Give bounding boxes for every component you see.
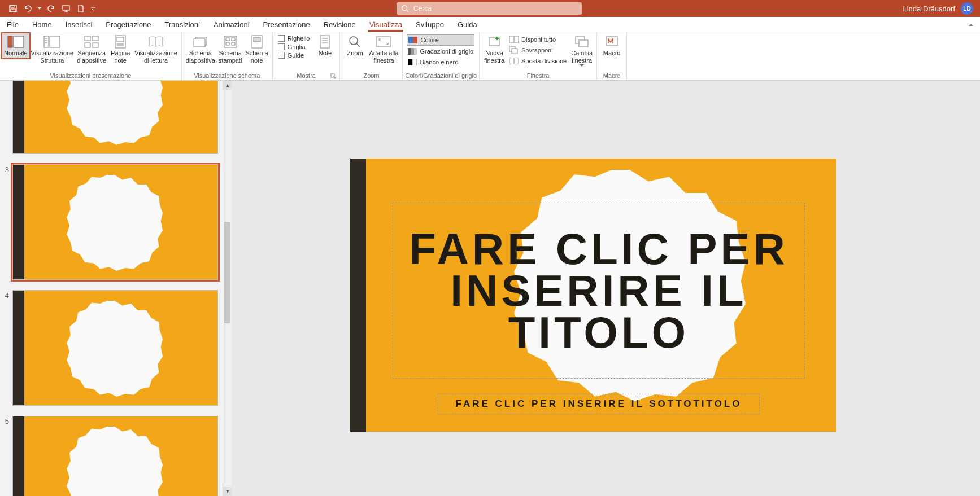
- arrange-all-button[interactable]: Disponi tutto: [508, 34, 568, 45]
- notes-icon: [316, 34, 334, 49]
- svg-rect-35: [489, 38, 499, 46]
- tab-file[interactable]: File: [0, 18, 25, 32]
- tab-insert[interactable]: Inserisci: [59, 18, 99, 32]
- new-window-icon: [485, 34, 503, 49]
- split-icon: [509, 56, 519, 65]
- new-window-button[interactable]: Nuova finestra: [482, 33, 507, 65]
- group-presentation-views: Normale Visualizzazione Struttura Sequen…: [0, 32, 182, 80]
- quick-access-toolbar: [0, 3, 96, 14]
- user-name[interactable]: Linda Dräusdorf: [903, 5, 956, 13]
- tab-strip: File Home Inserisci Progettazione Transi…: [0, 17, 980, 32]
- slide-master-icon: [191, 34, 210, 49]
- svg-rect-6: [14, 36, 24, 47]
- user-area: Linda Dräusdorf LD: [903, 2, 981, 15]
- svg-rect-7: [44, 36, 49, 47]
- group-label: Colori/Gradazioni di grigio: [405, 72, 477, 80]
- group-master-views: Schema diapositiva Schema stampati Schem…: [182, 32, 273, 80]
- zoom-button[interactable]: Zoom: [342, 33, 367, 58]
- grid-checkbox[interactable]: Griglia: [277, 43, 311, 51]
- fit-window-icon: [374, 34, 393, 49]
- handout-master-button[interactable]: Schema stampati: [217, 33, 244, 65]
- slide-stripe: [350, 159, 366, 432]
- thumbnail-slide-2[interactable]: 2: [0, 81, 223, 154]
- bw-button[interactable]: Bianco e nero: [407, 57, 474, 67]
- undo-dropdown-icon[interactable]: [37, 3, 42, 14]
- arrange-icon: [509, 35, 519, 44]
- svg-rect-37: [515, 36, 519, 43]
- group-macros: Macro Macro: [597, 32, 627, 80]
- ruler-checkbox[interactable]: Righello: [277, 34, 311, 42]
- group-label: Zoom: [342, 72, 400, 80]
- group-show: Righello Griglia Guide Note Mostra: [273, 32, 341, 80]
- subtitle-placeholder[interactable]: FARE CLIC PER INSERIRE IL SOTTOTITOLO: [438, 394, 760, 414]
- from-beginning-icon[interactable]: [61, 3, 71, 14]
- tab-developer[interactable]: Sviluppo: [409, 18, 451, 32]
- tab-review[interactable]: Revisione: [317, 18, 363, 32]
- title-placeholder[interactable]: FARE CLIC PER INSERIRE IL TITOLO: [393, 203, 805, 379]
- search-box[interactable]: [397, 2, 582, 15]
- svg-point-26: [350, 37, 358, 45]
- normal-view-icon: [7, 34, 25, 49]
- svg-rect-14: [117, 37, 124, 42]
- normal-view-button[interactable]: Normale: [2, 33, 29, 58]
- tab-slideshow[interactable]: Presentazione: [256, 18, 317, 32]
- outline-view-icon: [43, 34, 61, 49]
- grayscale-button[interactable]: Gradazioni di grigio: [407, 46, 474, 56]
- switch-window-button[interactable]: Cambia finestra: [569, 33, 594, 68]
- reading-view-button[interactable]: Visualizzazione di lettura: [133, 33, 179, 65]
- redo-icon[interactable]: [46, 3, 56, 14]
- macro-button[interactable]: Macro: [599, 33, 624, 58]
- slide-editor[interactable]: FARE CLIC PER INSERIRE IL TITOLO FARE CL…: [232, 81, 980, 496]
- tab-transitions[interactable]: Transizioni: [158, 18, 207, 32]
- svg-point-4: [402, 6, 407, 11]
- scroll-up-icon[interactable]: ▲: [223, 81, 232, 90]
- split-button[interactable]: Sposta divisione: [508, 56, 568, 66]
- macro-icon: [603, 34, 621, 49]
- notes-master-button[interactable]: Schema note: [243, 33, 269, 65]
- tab-home[interactable]: Home: [25, 18, 59, 32]
- search-input[interactable]: [413, 5, 577, 12]
- svg-rect-9: [85, 36, 90, 41]
- thumbnail-slide-4[interactable]: 4: [0, 290, 223, 406]
- tab-design[interactable]: Progettazione: [99, 18, 158, 32]
- svg-rect-5: [8, 36, 12, 47]
- svg-rect-2: [11, 9, 15, 12]
- svg-rect-3: [63, 6, 69, 10]
- scrollbar-thumb[interactable]: [224, 222, 230, 323]
- slide-canvas[interactable]: FARE CLIC PER INSERIRE IL TITOLO FARE CL…: [350, 159, 836, 432]
- fit-window-button[interactable]: Adatta alla finestra: [367, 33, 400, 65]
- tab-animations[interactable]: Animazioni: [207, 18, 256, 32]
- slide-master-button[interactable]: Schema diapositiva: [184, 33, 217, 65]
- notes-page-button[interactable]: Pagina note: [108, 33, 133, 65]
- svg-rect-19: [232, 38, 235, 41]
- qat-customize-icon[interactable]: [90, 3, 96, 14]
- dialog-launcher-icon[interactable]: [330, 73, 336, 79]
- avatar[interactable]: LD: [961, 2, 973, 15]
- color-button[interactable]: Colore: [407, 34, 474, 46]
- tab-view[interactable]: Visualizza: [363, 18, 409, 32]
- svg-rect-39: [512, 49, 517, 54]
- svg-rect-42: [579, 40, 588, 47]
- svg-rect-34: [412, 59, 417, 65]
- handout-master-icon: [221, 34, 239, 49]
- svg-rect-21: [232, 42, 235, 45]
- outline-view-button[interactable]: Visualizzazione Struttura: [29, 33, 76, 65]
- undo-icon[interactable]: [23, 3, 33, 14]
- guides-checkbox[interactable]: Guide: [277, 51, 311, 59]
- group-label: Mostra: [275, 72, 338, 80]
- notes-button[interactable]: Note: [312, 33, 337, 58]
- svg-rect-29: [413, 37, 417, 43]
- new-file-icon[interactable]: [76, 3, 86, 14]
- svg-rect-11: [85, 43, 90, 47]
- scroll-down-icon[interactable]: ▼: [223, 487, 232, 496]
- tab-help[interactable]: Guida: [451, 18, 484, 32]
- thumbnail-slide-5[interactable]: 5: [0, 416, 223, 496]
- svg-rect-30: [408, 48, 411, 55]
- slide-sorter-button[interactable]: Sequenza diapositive: [75, 33, 108, 65]
- svg-rect-16: [194, 39, 205, 47]
- collapse-ribbon-icon[interactable]: [962, 19, 980, 32]
- thumbnail-scrollbar[interactable]: ▲ ▼: [223, 81, 232, 496]
- cascade-button[interactable]: Sovrapponi: [508, 45, 568, 55]
- save-icon[interactable]: [8, 3, 18, 14]
- thumbnail-slide-3[interactable]: 3: [0, 164, 223, 280]
